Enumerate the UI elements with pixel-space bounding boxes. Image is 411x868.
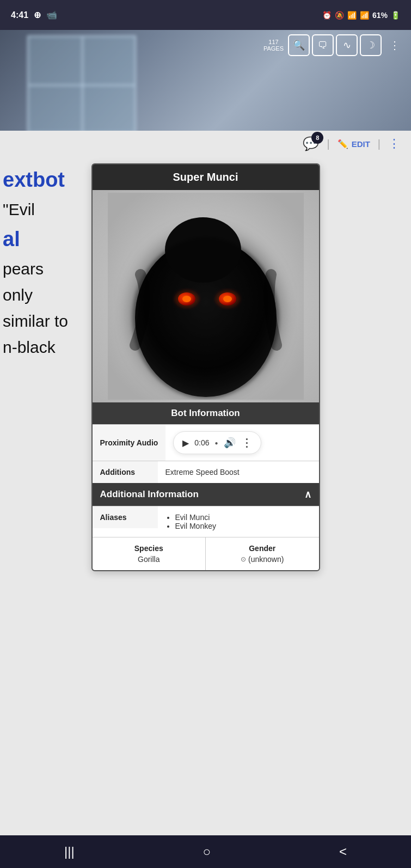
- svg-point-10: [223, 296, 232, 302]
- species-gender-row: Species Gorilla Gender ⊙ (unknown): [93, 537, 319, 570]
- edit-toolbar: 💬 8 | ✏️ EDIT | ⋮: [303, 136, 400, 151]
- proximity-audio-row: Proximity Audio ▶ 0:06 ● 🔊 ⋮: [93, 424, 319, 461]
- nav-back-button[interactable]: |||: [64, 844, 75, 859]
- alarm-icon: ⏰: [322, 11, 332, 20]
- bg-text-extbot: extbot: [3, 163, 68, 197]
- bot-info-header: Bot Information: [93, 402, 319, 424]
- wifi-icon: 📶: [347, 11, 357, 20]
- annotate-button[interactable]: 🗨: [312, 34, 334, 56]
- gender-label: Gender: [213, 544, 311, 553]
- nav-recent-icon: <: [339, 844, 347, 859]
- window-blur: [27, 35, 136, 133]
- play-button[interactable]: ▶: [182, 438, 189, 448]
- svg-point-7: [182, 296, 191, 302]
- edit-label: EDIT: [352, 139, 370, 149]
- status-right: ⏰ 🔕 📶 📶 61% 🔋: [322, 11, 400, 20]
- gender-symbol: ⊙: [241, 555, 246, 563]
- bg-text-pears: pears: [3, 256, 68, 282]
- pages-count: 117 PAGES: [263, 39, 284, 52]
- nav-recent-button[interactable]: <: [339, 844, 347, 859]
- status-bar: 4:41 ⊕ 📹 ⏰ 🔕 📶 📶 61% 🔋: [0, 0, 411, 30]
- audio-time: 0:06: [194, 438, 209, 447]
- audio-player[interactable]: ▶ 0:06 ● 🔊 ⋮: [173, 431, 261, 454]
- bg-text-nblack: n-black: [3, 334, 68, 360]
- time-display: 4:41: [11, 10, 28, 20]
- nav-back-icon: |||: [64, 844, 75, 859]
- aliases-value: Evil Munci Evil Monkey: [158, 506, 319, 537]
- battery-text: 61%: [372, 11, 388, 20]
- volume-icon[interactable]: 🔊: [224, 437, 236, 449]
- additions-label: Additions: [93, 461, 158, 483]
- aliases-row: Aliases Evil Munci Evil Monkey: [93, 506, 319, 537]
- gender-cell: Gender ⊙ (unknown): [206, 537, 319, 570]
- nav-home-button[interactable]: ○: [203, 844, 211, 859]
- species-label: Species: [100, 544, 198, 553]
- more-toolbar-button[interactable]: ⋮: [384, 34, 406, 56]
- proximity-audio-value: ▶ 0:06 ● 🔊 ⋮: [165, 425, 318, 461]
- species-value: Gorilla: [100, 555, 198, 564]
- additional-info-label: Additional Information: [100, 489, 199, 500]
- creature-svg: [108, 193, 304, 400]
- additions-row: Additions Extreme Speed Boost: [93, 461, 319, 483]
- edit-button[interactable]: ✏️ EDIT: [338, 139, 370, 149]
- infobox-image: [93, 190, 319, 402]
- comment-button[interactable]: 💬 8: [303, 136, 319, 151]
- content-area: extbot "Evil al pears only similar to n-…: [0, 131, 411, 835]
- alias-item-1: Evil Munci: [175, 513, 216, 522]
- infobox-title: Super Munci: [93, 164, 319, 190]
- proximity-audio-label: Proximity Audio: [93, 425, 166, 461]
- bg-text-similarto: similar to: [3, 308, 68, 334]
- bottom-nav: ||| ○ <: [0, 835, 411, 868]
- nav-home-icon: ○: [203, 844, 211, 859]
- additions-value: Extreme Speed Boost: [158, 461, 319, 483]
- live-icon: ⊕: [34, 10, 41, 20]
- gender-value: ⊙ (unknown): [213, 555, 311, 564]
- bg-text-only: only: [3, 282, 68, 308]
- divider2: |: [378, 138, 381, 150]
- search-button[interactable]: 🔍: [288, 34, 310, 56]
- additional-info-header[interactable]: Additional Information ∧: [93, 483, 319, 506]
- battery-icon: 🔋: [391, 11, 400, 20]
- divider: |: [327, 138, 329, 150]
- toolbar: 117 PAGES 🔍 🗨 ∿ ☽ ⋮: [258, 30, 411, 60]
- signal-icon: 📶: [360, 11, 369, 20]
- edit-icon: ✏️: [338, 139, 348, 149]
- camera-icon: 📹: [46, 10, 57, 20]
- wave-button[interactable]: ∿: [336, 34, 358, 56]
- alias-item-2: Evil Monkey: [175, 522, 216, 530]
- audio-more-button[interactable]: ⋮: [241, 436, 252, 449]
- creature-container: [93, 190, 319, 402]
- status-left: 4:41 ⊕ 📹: [11, 10, 57, 20]
- species-cell: Species Gorilla: [93, 537, 206, 570]
- bg-text-al: al: [3, 223, 68, 256]
- chevron-up-icon: ∧: [304, 488, 311, 500]
- progress-dot: ●: [215, 440, 218, 446]
- comment-badge: 8: [311, 132, 323, 144]
- more-edit-button[interactable]: ⋮: [388, 137, 400, 151]
- svg-point-4: [132, 237, 279, 399]
- silent-icon: 🔕: [335, 11, 344, 20]
- aliases-label: Aliases: [93, 506, 158, 528]
- bg-text-evil: "Evil: [3, 197, 68, 223]
- moon-button[interactable]: ☽: [360, 34, 382, 56]
- infobox-card: Super Munci: [91, 163, 320, 571]
